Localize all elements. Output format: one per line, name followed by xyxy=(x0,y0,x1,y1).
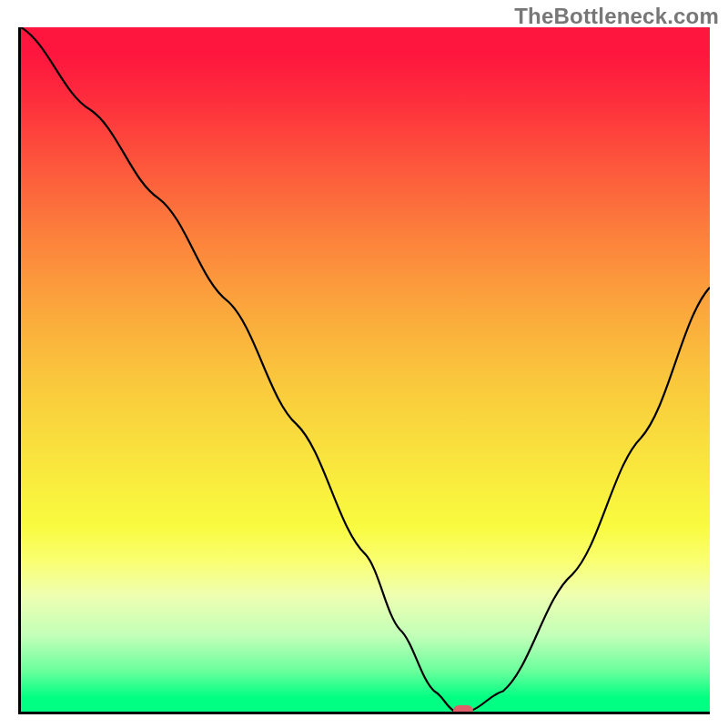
watermark-label: TheBottleneck.com xyxy=(514,4,719,29)
chart-container: TheBottleneck.com xyxy=(0,0,728,728)
minimum-marker xyxy=(453,705,473,714)
plot-area xyxy=(18,27,710,714)
bottleneck-curve xyxy=(21,27,710,712)
curve-line xyxy=(21,27,710,712)
